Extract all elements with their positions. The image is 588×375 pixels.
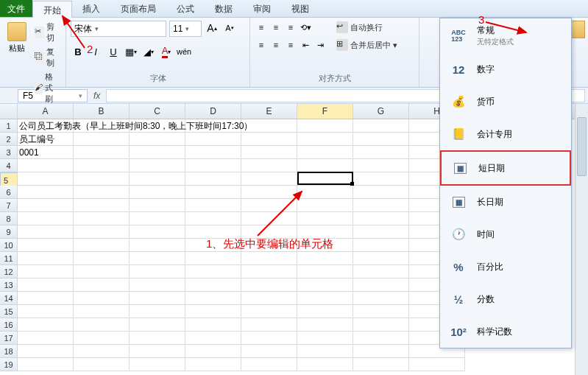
align-bottom-button[interactable]: ≡ xyxy=(284,21,297,34)
align-middle-button[interactable]: ≡ xyxy=(269,21,283,34)
cell[interactable] xyxy=(130,172,185,186)
cell[interactable] xyxy=(74,199,130,212)
cell[interactable] xyxy=(74,332,130,345)
cell[interactable] xyxy=(297,265,353,278)
formatpainter-button[interactable]: 🖌格式刷 xyxy=(32,71,61,105)
cell[interactable] xyxy=(130,305,185,318)
cell[interactable] xyxy=(185,172,241,186)
phonetic-button[interactable]: wén xyxy=(177,44,191,59)
cell[interactable] xyxy=(130,186,185,199)
fx-icon[interactable]: fx xyxy=(93,91,100,101)
cell[interactable] xyxy=(241,305,297,318)
cell[interactable] xyxy=(241,212,297,225)
cell[interactable] xyxy=(241,239,297,252)
cell[interactable] xyxy=(18,225,74,239)
cell[interactable] xyxy=(185,305,241,318)
copy-button[interactable]: ⿻复制 xyxy=(32,46,61,69)
underline-button[interactable]: U xyxy=(106,44,121,59)
row-15[interactable]: 15 xyxy=(0,305,18,318)
cell[interactable] xyxy=(74,358,130,371)
cell[interactable]: 员工编号 xyxy=(18,133,74,146)
align-right-button[interactable]: ≡ xyxy=(284,38,297,52)
cell[interactable] xyxy=(130,278,185,292)
cell[interactable] xyxy=(185,318,241,332)
cell[interactable] xyxy=(185,252,241,265)
cell[interactable] xyxy=(185,265,241,278)
row-17[interactable]: 17 xyxy=(0,332,18,345)
cell[interactable] xyxy=(18,318,74,332)
cell[interactable] xyxy=(74,172,130,186)
paste-button[interactable]: 粘贴 xyxy=(4,21,29,55)
cell[interactable] xyxy=(130,225,185,239)
cell[interactable] xyxy=(297,292,353,305)
row-16[interactable]: 16 xyxy=(0,318,18,332)
cell[interactable]: 0001 xyxy=(18,146,74,159)
cell[interactable] xyxy=(74,186,130,199)
cell[interactable] xyxy=(353,159,409,172)
cell[interactable] xyxy=(18,239,74,252)
font-name-select[interactable]: 宋体▾ xyxy=(71,21,166,37)
cell[interactable] xyxy=(297,159,353,172)
tab-data[interactable]: 数据 xyxy=(205,0,243,17)
cell[interactable] xyxy=(130,358,185,371)
row-2[interactable]: 2 xyxy=(0,133,18,146)
tab-review[interactable]: 审阅 xyxy=(243,0,281,17)
cell[interactable] xyxy=(241,292,297,305)
cell[interactable] xyxy=(297,345,353,358)
cell[interactable] xyxy=(185,212,241,225)
cell[interactable] xyxy=(353,199,409,212)
numfmt-货币[interactable]: 💰货币 xyxy=(440,85,571,118)
cell[interactable] xyxy=(297,332,353,345)
col-C[interactable]: C xyxy=(130,104,185,119)
cell[interactable] xyxy=(241,225,297,239)
cell[interactable] xyxy=(353,345,409,358)
cell[interactable] xyxy=(353,133,409,146)
cell[interactable] xyxy=(353,172,409,186)
cell[interactable] xyxy=(353,225,409,239)
indent-increase-button[interactable]: ⇥ xyxy=(314,38,327,52)
col-A[interactable]: A xyxy=(18,104,74,119)
numfmt-常规[interactable]: ABC123常规无特定格式 xyxy=(440,18,571,53)
row-7[interactable]: 7 xyxy=(0,199,18,212)
row-19[interactable]: 19 xyxy=(0,358,18,371)
cell[interactable] xyxy=(18,292,74,305)
tab-file[interactable]: 文件 xyxy=(0,0,32,17)
cell[interactable] xyxy=(74,265,130,278)
cell[interactable] xyxy=(297,278,353,292)
cell[interactable] xyxy=(185,186,241,199)
cell[interactable] xyxy=(130,212,185,225)
cell[interactable] xyxy=(74,212,130,225)
row-3[interactable]: 3 xyxy=(0,146,18,159)
cell[interactable] xyxy=(18,278,74,292)
cell[interactable] xyxy=(297,318,353,332)
cell[interactable] xyxy=(353,265,409,278)
cell[interactable] xyxy=(353,292,409,305)
tab-formulas[interactable]: 公式 xyxy=(166,0,205,17)
cell[interactable] xyxy=(353,146,409,159)
cell[interactable] xyxy=(130,159,185,172)
cell[interactable] xyxy=(241,199,297,212)
align-center-button[interactable]: ≡ xyxy=(269,38,283,52)
cell[interactable] xyxy=(241,318,297,332)
cell[interactable] xyxy=(241,278,297,292)
cell[interactable] xyxy=(353,239,409,252)
vertical-scrollbar[interactable] xyxy=(575,104,588,375)
indent-decrease-button[interactable]: ⇤ xyxy=(299,38,312,52)
cell[interactable] xyxy=(74,133,130,146)
cell[interactable] xyxy=(74,146,130,159)
cell[interactable] xyxy=(241,358,297,371)
col-F[interactable]: F xyxy=(297,104,353,119)
row-11[interactable]: 11 xyxy=(0,252,18,265)
cell[interactable] xyxy=(241,186,297,199)
cell[interactable] xyxy=(185,332,241,345)
cell[interactable] xyxy=(130,332,185,345)
cell[interactable] xyxy=(130,318,185,332)
align-left-button[interactable]: ≡ xyxy=(255,38,268,52)
cell[interactable] xyxy=(130,146,185,159)
numfmt-会计专用[interactable]: 📒会计专用 xyxy=(440,118,571,150)
cell[interactable] xyxy=(185,345,241,358)
cell[interactable] xyxy=(74,345,130,358)
cell[interactable] xyxy=(18,305,74,318)
cell[interactable] xyxy=(18,358,74,371)
col-B[interactable]: B xyxy=(74,104,130,119)
